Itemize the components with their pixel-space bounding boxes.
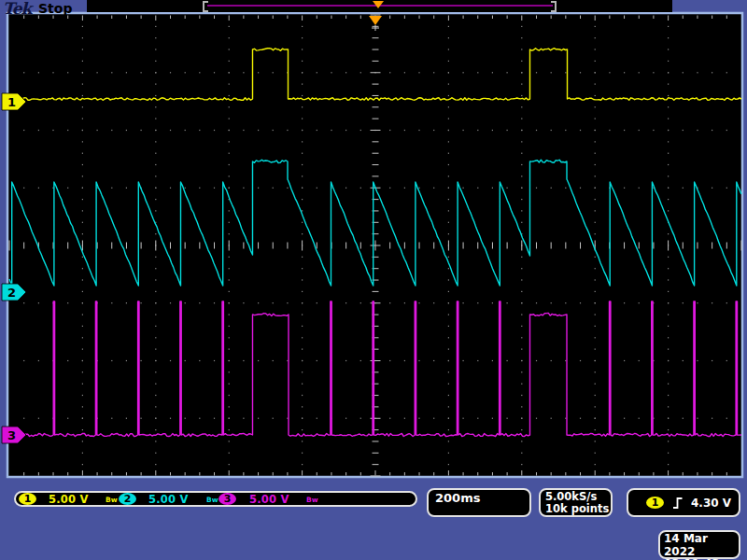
datetime-readout: 14 Mar 2022 03:11:43 — [658, 530, 740, 559]
trigger-level-readout: 4.30 V — [691, 497, 731, 510]
ch1-bandwidth-limit-icon: Bw — [106, 496, 118, 504]
timebase-readout: 200ms — [427, 488, 531, 517]
svg-text:3: 3 — [7, 428, 16, 442]
record-trigger-position-icon — [373, 1, 384, 8]
scope-display: 123 — [0, 0, 747, 560]
trigger-readout: 1 4.30 V — [627, 488, 740, 517]
ch2-bandwidth-limit-icon: Bw — [206, 496, 218, 504]
ch1-scale-readout: 5.00 V — [49, 493, 88, 506]
trigger-source-badge: 1 — [646, 497, 664, 509]
tek-logo: Tek — [3, 0, 31, 18]
timebase-scale: 200ms — [435, 491, 480, 505]
record-window-start-bracket — [203, 1, 208, 12]
rising-edge-icon — [672, 497, 683, 510]
ch2-badge: 2 — [119, 493, 136, 505]
ch3-bandwidth-limit-icon: Bw — [306, 496, 318, 504]
oscilloscope-screen: { "header": { "brand": "Tek", "status": … — [0, 0, 747, 560]
ch1-badge: 1 — [19, 493, 36, 505]
svg-text:2: 2 — [7, 286, 16, 300]
channel-readout-bar: 1 5.00 V Bw 2 5.00 V Bw 3 5.00 V Bw — [14, 491, 417, 507]
record-length: 10k points — [545, 503, 611, 515]
record-view-bar — [87, 0, 672, 12]
ch3-badge: 3 — [218, 493, 236, 505]
acquisition-status: Stop — [38, 1, 72, 16]
acquisition-readout: 5.00kS/s 10k points — [539, 488, 613, 517]
ch3-scale-readout: 5.00 V — [249, 493, 289, 506]
date-readout: 14 Mar 2022 — [664, 533, 739, 558]
svg-text:1: 1 — [7, 95, 16, 109]
ch2-scale-readout: 5.00 V — [148, 493, 188, 506]
record-window-end-bracket — [551, 1, 557, 12]
